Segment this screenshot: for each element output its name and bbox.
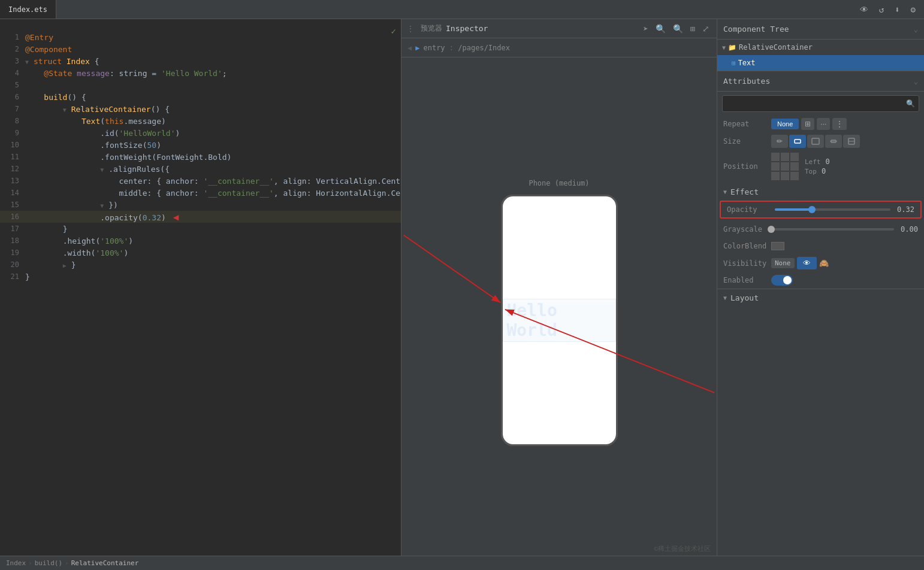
opacity-row: Opacity 0.32 [720, 201, 922, 219]
zoom-out-icon[interactable]: 🔍 [653, 23, 668, 35]
nav-left-icon[interactable]: ◀ [407, 44, 412, 52]
breadcrumb-relative-container[interactable]: RelativeContainer [71, 559, 139, 567]
top-bar: Index.ets 👁 ↺ ⬇ ⚙ [0, 0, 924, 19]
size-controls: ✏ [771, 135, 918, 148]
repeat-dots-icon-btn[interactable]: ··· [817, 118, 830, 130]
code-line-1: 1 @Entry [0, 31, 401, 43]
enabled-row: Enabled [717, 272, 924, 289]
top-label: Top [805, 168, 817, 175]
refresh-icon[interactable]: ↺ [877, 4, 886, 16]
tree-item-relative-container[interactable]: ▼ 📁 RelativeContainer [717, 40, 924, 55]
opacity-track [775, 208, 890, 211]
tree-item-text[interactable]: ⊞ Text [717, 55, 924, 71]
phone-frame: Hello World [501, 195, 618, 446]
component-tree-title: Component Tree [723, 25, 910, 34]
colorblend-label: ColorBlend [723, 242, 771, 250]
pos-cell-tl[interactable] [771, 153, 780, 161]
grid-icon[interactable]: ⊞ [688, 23, 697, 35]
pos-cell-bc[interactable] [781, 172, 789, 180]
code-line-21: 21 } [0, 271, 401, 283]
phone-label: Phone (medium) [529, 179, 589, 187]
pos-cell-mr[interactable] [790, 162, 799, 171]
file-tab[interactable]: Index.ets [0, 0, 56, 19]
expand-icon[interactable]: ⤢ [700, 23, 712, 35]
opacity-slider[interactable] [775, 205, 890, 214]
check-mark: ✓ [391, 26, 396, 36]
code-line-16: 16 .opacity(0.32) ◀ [0, 211, 401, 223]
grayscale-slider[interactable] [771, 225, 894, 234]
attributes-expand-icon[interactable]: ⌄ [914, 77, 918, 86]
svg-rect-5 [812, 138, 819, 144]
visibility-label: Visibility [723, 259, 771, 268]
left-value: 0 [826, 157, 844, 166]
phone-screen: Hello World [503, 196, 616, 444]
svg-line-2 [404, 235, 501, 303]
component-tree-header: Component Tree ⌄ [717, 19, 924, 40]
attributes-header: Attributes ⌄ [717, 71, 924, 92]
code-line-blank [0, 19, 401, 31]
visibility-toggle-active[interactable]: 👁 [797, 257, 817, 269]
download-icon[interactable]: ⬇ [892, 4, 902, 16]
preview-label: 预览器 [421, 23, 442, 34]
pos-cell-mc[interactable] [781, 162, 789, 171]
component-tree-expand-icon[interactable]: ⌄ [914, 25, 918, 34]
enabled-label: Enabled [723, 276, 771, 284]
breadcrumb-index[interactable]: Index [6, 559, 26, 567]
pos-cell-br[interactable] [790, 172, 799, 180]
pos-cell-ml[interactable] [771, 162, 780, 171]
repeat-grid-icon-btn[interactable]: ⊞ [801, 118, 814, 130]
code-line-8: 8 Text(this.message) [0, 115, 401, 127]
code-line-2: 2 @Component [0, 43, 401, 55]
breadcrumb-build[interactable]: build() [35, 559, 62, 567]
repeat-controls: None ⊞ ··· ⋮ [771, 118, 918, 130]
entry-bar: ◀ ▶ entry : /pages/Index [401, 38, 717, 57]
toolbar-dots-icon[interactable]: ⋮ [406, 24, 415, 34]
preview-panel: ⋮ 预览器 Inspector ➤ 🔍 🔍 ⊞ ⤢ ◀ ▶ entry : /p… [401, 19, 717, 556]
file-tab-label: Index.ets [8, 5, 47, 14]
repeat-more-icon-btn[interactable]: ⋮ [832, 118, 847, 130]
grayscale-label: Grayscale [723, 225, 771, 234]
zoom-in-icon[interactable]: 🔍 [671, 23, 686, 35]
size-fill-btn[interactable] [825, 135, 842, 148]
size-edit-btn[interactable]: ✏ [771, 135, 788, 148]
eye-hidden-icon[interactable]: 🙈 [819, 259, 829, 268]
code-line-15: 15 ▼}) [0, 199, 401, 211]
phone-container: Phone (medium) Hello World [501, 57, 618, 556]
size-custom-btn[interactable] [843, 135, 860, 148]
opacity-thumb[interactable] [808, 206, 816, 213]
position-grid [771, 153, 799, 180]
layout-header[interactable]: ▼ Layout [717, 289, 924, 307]
visibility-controls: None 👁 🙈 [771, 257, 829, 269]
visibility-row: Visibility None 👁 🙈 [717, 254, 924, 272]
tree-fold-icon[interactable]: ▼ [722, 44, 726, 51]
preview-toolbar-icons: ➤ 🔍 🔍 ⊞ ⤢ [641, 23, 712, 35]
eye-icon[interactable]: 👁 [857, 4, 871, 16]
repeat-label: Repeat [723, 120, 771, 128]
code-line-4: 4 @State message: string = 'Hello World'… [0, 67, 401, 79]
pos-cell-tr[interactable] [790, 153, 799, 161]
code-line-17: 17 } [0, 223, 401, 235]
nav-arrow-icon[interactable]: ➤ [641, 23, 650, 35]
code-line-3: 3 ▼struct Index { [0, 55, 401, 67]
grayscale-thumb[interactable] [768, 226, 775, 233]
size-stretch-btn[interactable] [807, 135, 824, 148]
search-icon: 🔍 [906, 99, 915, 108]
effect-fold-icon: ▼ [723, 189, 727, 195]
component-tree-body: ▼ 📁 RelativeContainer ⊞ Text [717, 40, 924, 71]
nav-right-icon[interactable]: ▶ [415, 44, 419, 52]
colorblend-swatch[interactable] [771, 242, 784, 250]
enabled-toggle[interactable] [771, 275, 793, 286]
code-line-7: 7 ▼RelativeContainer() { [0, 103, 401, 115]
visibility-dropdown[interactable]: None [771, 258, 795, 268]
grayscale-row: Grayscale 0.00 [717, 221, 924, 238]
code-line-6: 6 build() { [0, 91, 401, 103]
attr-search-input[interactable] [726, 99, 906, 108]
pos-cell-bl[interactable] [771, 172, 780, 180]
code-editor: ✓ 1 @Entry 2 @Component 3 ▼struct Index … [0, 19, 401, 556]
effect-header[interactable]: ▼ Effect [717, 183, 924, 201]
attributes-title: Attributes [723, 77, 914, 86]
size-fit-btn[interactable] [789, 135, 806, 148]
repeat-none-button[interactable]: None [771, 119, 799, 129]
gear-icon[interactable]: ⚙ [908, 4, 918, 16]
pos-cell-tc[interactable] [781, 153, 789, 161]
